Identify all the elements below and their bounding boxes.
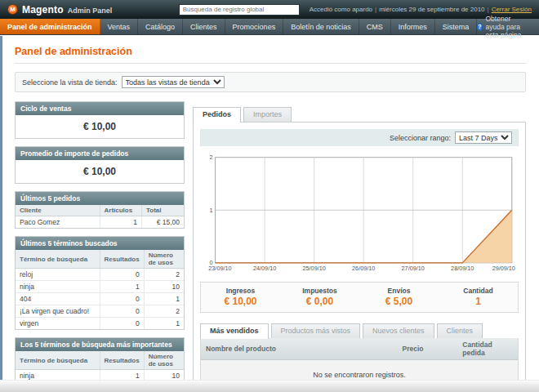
- lifetime-sales-title: Ciclo de ventas: [16, 102, 184, 115]
- tab-productos-mas-vistos[interactable]: Productos más vistos: [271, 323, 361, 338]
- last-orders-table: ClienteArtículosTotal Paco Gomez1€ 15,00: [16, 205, 184, 228]
- global-search-input[interactable]: [179, 4, 300, 16]
- stat-ingresos: Ingresos € 10,00: [201, 287, 280, 307]
- store-view-select[interactable]: Todas las vistas de tienda: [122, 76, 225, 88]
- stat-label: Impuestos: [280, 287, 359, 295]
- app-logo-text: Magento: [22, 4, 64, 16]
- stat-label: Envíos: [359, 287, 439, 295]
- tab-pedidos[interactable]: Pedidos: [193, 107, 241, 122]
- last-orders-title: Últimos 5 pedidos: [16, 192, 184, 205]
- svg-text:28/09/10: 28/09/10: [451, 266, 474, 272]
- nav-item-promociones[interactable]: Promociones: [225, 19, 284, 34]
- svg-text:25/09/10: 25/09/10: [303, 266, 326, 272]
- nav-item-catalogo[interactable]: Catálogo: [138, 19, 183, 34]
- svg-text:27/09/10: 27/09/10: [402, 266, 425, 272]
- column-header: Resultados: [100, 250, 144, 269]
- average-orders-title: Promedio de importe de pedidos: [16, 147, 184, 160]
- app-logo-suffix: Admin Panel: [68, 7, 113, 15]
- dashboard-left-column: Ciclo de ventas € 10,00 Promedio de impo…: [15, 101, 185, 380]
- store-view-label: Seleccione la vista de tienda:: [22, 78, 118, 87]
- average-orders-box: Promedio de importe de pedidos € 10,00: [15, 146, 185, 184]
- nav-item-informes[interactable]: Informes: [391, 19, 435, 34]
- nav-item-clientes[interactable]: Clientes: [183, 19, 225, 34]
- chart-stats-row: Ingresos € 10,00 Impuestos € 0,00 Envíos…: [200, 282, 519, 313]
- nav-item-boletin[interactable]: Boletín de noticias: [283, 19, 359, 34]
- orders-area-chart: 01223/09/1024/09/1025/09/1026/09/1027/09…: [202, 153, 517, 275]
- top-search-terms-table: Término de búsquedaResultadosNúmero de u…: [16, 351, 184, 380]
- svg-text:1: 1: [209, 207, 212, 213]
- help-link[interactable]: ? Obtener ayuda para esta página: [477, 19, 539, 34]
- stat-value: € 5,00: [359, 296, 439, 307]
- help-link-label: Obtener ayuda para esta página: [486, 15, 532, 39]
- window-bottom-edge: [0, 380, 539, 392]
- orders-chart-wrap: 01223/09/1024/09/1025/09/1026/09/1027/09…: [200, 153, 519, 275]
- help-icon: ?: [477, 23, 482, 31]
- table-row: Paco Gomez1€ 15,00: [16, 216, 184, 229]
- stat-value: 1: [439, 296, 518, 307]
- range-label: Seleccionar rango:: [390, 134, 451, 142]
- column-header: Cantidad pedida: [457, 338, 518, 360]
- page-title: Panel de administración: [15, 46, 526, 57]
- last-orders-box: Últimos 5 pedidos ClienteArtículosTotal …: [15, 191, 185, 229]
- svg-text:2: 2: [209, 154, 212, 160]
- svg-text:0: 0: [209, 260, 212, 265]
- table-row: ninja110: [16, 281, 184, 293]
- products-tabs: Más vendidos Productos más vistos Nuevos…: [200, 323, 519, 338]
- last-search-terms-title: Últimos 5 términos buscados: [16, 237, 184, 250]
- svg-text:23/09/10: 23/09/10: [208, 266, 231, 272]
- stat-cantidad: Cantidad 1: [439, 287, 518, 307]
- title-divider: [15, 63, 526, 64]
- last-search-terms-box: Últimos 5 términos buscados Término de b…: [15, 236, 185, 330]
- top-search-terms-box: Los 5 términos de búsqueda más important…: [15, 337, 185, 380]
- nav-item-dashboard[interactable]: Panel de administración: [0, 19, 100, 34]
- magento-logo-icon: M: [7, 4, 18, 15]
- column-header: Nombre del producto: [201, 338, 398, 360]
- nav-item-sistema[interactable]: Sistema: [435, 19, 478, 34]
- window-left-edge: [0, 36, 2, 392]
- column-header: Total: [142, 205, 185, 216]
- table-row: reloj02: [16, 269, 184, 281]
- svg-text:29/09/10: 29/09/10: [492, 266, 515, 272]
- stat-impuestos: Impuestos € 0,00: [280, 287, 359, 307]
- header-date: miércoles 29 de septiembre de 2010: [379, 6, 484, 13]
- logged-in-as: Accedió como apardo: [310, 6, 372, 13]
- lifetime-sales-box: Ciclo de ventas € 10,00: [15, 101, 185, 139]
- column-header: Número de usos: [144, 351, 184, 370]
- nav-item-ventas[interactable]: Ventas: [100, 19, 139, 34]
- column-header: Artículos: [100, 205, 142, 216]
- chart-panel: Seleccionar rango: Last 7 Days 01223/09/…: [193, 122, 526, 380]
- table-row: ninja110: [16, 370, 184, 381]
- column-header: Término de búsqueda: [16, 351, 100, 370]
- top-search-terms-title: Los 5 términos de búsqueda más important…: [16, 338, 184, 351]
- dashboard-content: Panel de administración Seleccione la vi…: [2, 36, 539, 380]
- app-header: M Magento Admin Panel Accedió como apard…: [0, 0, 539, 19]
- tab-clientes[interactable]: Clientes: [437, 323, 483, 338]
- chart-tabs: Pedidos Importes: [193, 107, 526, 122]
- tab-importes[interactable]: Importes: [243, 107, 292, 122]
- column-header: Resultados: [100, 351, 144, 370]
- column-header: Término de búsqueda: [16, 250, 100, 269]
- empty-message: No se encontraron registros.: [201, 360, 518, 381]
- last-search-terms-table: Término de búsquedaResultadosNúmero de u…: [16, 250, 184, 329]
- average-orders-value: € 10,00: [16, 160, 184, 183]
- range-select[interactable]: Last 7 Days: [455, 131, 512, 144]
- lifetime-sales-value: € 10,00: [16, 115, 184, 138]
- table-row: 40401: [16, 293, 184, 305]
- column-header: Precio: [398, 338, 458, 360]
- range-bar: Seleccionar rango: Last 7 Days: [200, 129, 519, 146]
- svg-text:26/09/10: 26/09/10: [352, 266, 375, 272]
- stat-value: € 0,00: [280, 296, 359, 307]
- nav-item-cms[interactable]: CMS: [359, 19, 391, 34]
- stat-value: € 10,00: [201, 296, 280, 307]
- store-view-bar: Seleccione la vista de tienda: Todas las…: [15, 72, 526, 92]
- empty-row: No se encontraron registros.: [201, 360, 518, 381]
- logout-link[interactable]: Cerrar Sesión: [492, 6, 532, 13]
- dashboard-right-column: Pedidos Importes Seleccionar rango: Last…: [193, 107, 526, 380]
- tab-mas-vendidos[interactable]: Más vendidos: [200, 323, 269, 339]
- header-session-info: Accedió como apardo|miércoles 29 de sept…: [310, 6, 532, 13]
- tab-nuevos-clientes[interactable]: Nuevos clientes: [363, 323, 434, 338]
- stat-label: Ingresos: [201, 287, 280, 295]
- table-row: virgen01: [16, 318, 184, 330]
- bestsellers-grid: Nombre del productoPrecioCantidad pedida…: [200, 338, 519, 380]
- stat-envios: Envíos € 5,00: [359, 287, 439, 307]
